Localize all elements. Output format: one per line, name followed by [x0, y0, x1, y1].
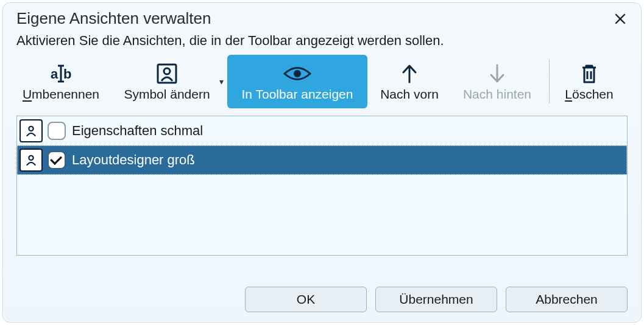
eye-icon — [283, 61, 311, 86]
person-frame-icon — [19, 119, 43, 142]
cancel-button[interactable]: Abbrechen — [506, 287, 628, 312]
svg-point-8 — [29, 126, 33, 130]
apply-button[interactable]: Übernehmen — [375, 287, 497, 312]
move-forward-button[interactable]: Nach vorn — [370, 55, 449, 108]
change-icon-label: Symbol ändern — [124, 86, 210, 102]
move-forward-label: Nach vorn — [380, 86, 439, 102]
checkbox[interactable] — [48, 151, 66, 169]
show-in-toolbar-label: In Toolbar anzeigen — [242, 86, 353, 102]
list-item-label: Layoutdesigner groß — [71, 152, 195, 168]
instruction-text: Aktivieren Sie die Ansichten, die in der… — [3, 32, 641, 54]
rename-label: Umbenennen — [23, 86, 99, 102]
show-in-toolbar-button[interactable]: In Toolbar anzeigen — [227, 55, 367, 108]
change-icon-button[interactable]: Symbol ändern ▾ — [109, 55, 225, 108]
trash-icon — [579, 61, 599, 86]
move-backward-button: Nach hinten — [451, 55, 543, 108]
svg-text:a: a — [51, 66, 58, 82]
delete-label: Löschen — [565, 86, 613, 102]
person-frame-icon — [19, 149, 43, 172]
move-backward-label: Nach hinten — [463, 86, 531, 102]
toolbar: a b Umbenennen Symbol ändern ▾ — [3, 54, 641, 112]
list-item[interactable]: Layoutdesigner groß — [17, 145, 627, 175]
arrow-down-icon — [488, 61, 506, 86]
views-list[interactable]: Eigenschaften schmal Layoutdesigner groß — [16, 116, 628, 256]
titlebar: Eigene Ansichten verwalten — [3, 3, 641, 32]
delete-button[interactable]: Löschen — [556, 55, 623, 108]
chevron-down-icon: ▾ — [219, 77, 224, 86]
dialog-manage-views: Eigene Ansichten verwalten Aktivieren Si… — [2, 2, 642, 323]
rename-button[interactable]: a b Umbenennen — [15, 55, 107, 108]
person-frame-icon — [156, 61, 178, 86]
close-icon — [614, 13, 626, 25]
rename-icon: a b — [49, 61, 73, 86]
svg-text:b: b — [63, 66, 71, 82]
list-item[interactable]: Eigenschaften schmal — [17, 116, 627, 145]
svg-point-9 — [29, 155, 33, 159]
dialog-title: Eigene Ansichten verwalten — [16, 9, 609, 28]
ok-button[interactable]: OK — [245, 287, 367, 312]
list-item-label: Eigenschaften schmal — [71, 123, 203, 139]
svg-point-6 — [164, 68, 170, 74]
toolbar-separator — [549, 60, 550, 103]
svg-point-7 — [294, 70, 301, 77]
close-button[interactable] — [609, 10, 631, 27]
dialog-footer: OK Übernehmen Abbrechen — [3, 279, 641, 322]
checkbox[interactable] — [48, 122, 66, 140]
arrow-up-icon — [400, 61, 419, 86]
